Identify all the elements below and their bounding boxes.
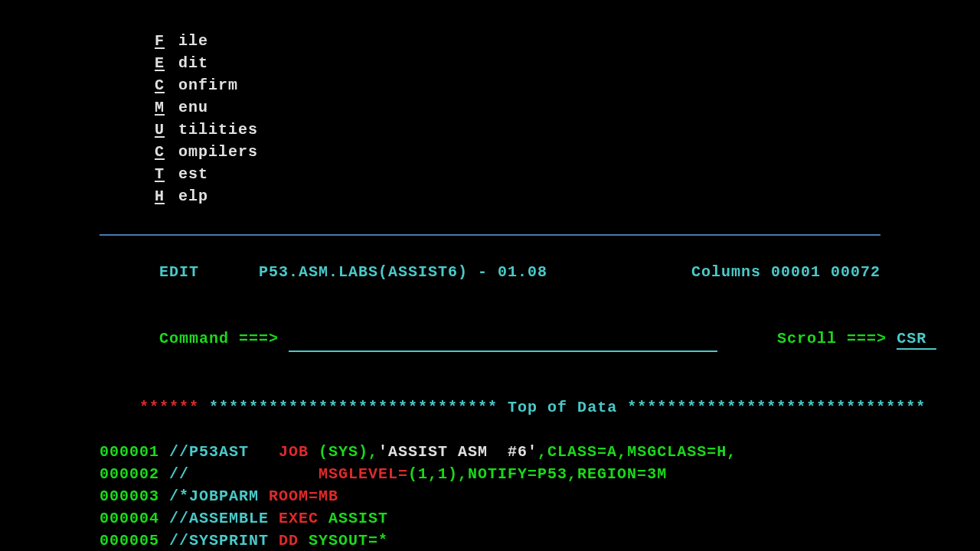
code-segment: ,CLASS=A,MSGCLASS=H, [537, 443, 737, 461]
menu-confirm[interactable]: Confirm [155, 77, 252, 94]
columns-value: 00001 00072 [771, 263, 880, 281]
code-segment: JOB [279, 443, 318, 461]
mode-indicator: EDIT [159, 263, 199, 281]
source-area[interactable]: 000001 //P53AST JOB (SYS),'ASSIST ASM #6… [0, 441, 980, 551]
code-segment: MSGLEVEL= [318, 465, 408, 483]
header-row-2: Command ===> Scroll ===> CSR [0, 305, 980, 374]
code-segment: (1,1),NOTIFY=P53,REGION=3M [408, 465, 667, 483]
source-line[interactable]: 000005 //SYSPRINT DD SYSOUT=* [0, 530, 980, 551]
code-segment: // [169, 465, 318, 483]
header-row-1: EDIT P53.ASM.LABS(ASSIST6) - 01.08 Colum… [0, 239, 980, 305]
code-segment: ASSIST [328, 510, 388, 527]
code-segment: //P53AST [169, 443, 279, 461]
command-label: Command ===> [159, 330, 279, 347]
menu-edit[interactable]: Edit [155, 54, 222, 72]
scroll-label: Scroll ===> [777, 330, 887, 347]
code-segment: /*JOBPARM [169, 487, 269, 505]
source-line[interactable]: 000004 //ASSEMBLE EXEC ASSIST [0, 507, 980, 530]
top-of-data-line: ****** ***************************** Top… [0, 374, 980, 441]
code-segment: (SYS), [318, 443, 378, 461]
top-of-data-label: Top of Data [508, 399, 627, 416]
line-number[interactable]: 000001 [100, 443, 169, 461]
scroll-input[interactable]: CSR [897, 330, 936, 350]
code-segment: EXEC [279, 510, 328, 527]
code-segment: SYSOUT=* [309, 532, 388, 549]
code-segment: //SYSPRINT [169, 532, 279, 549]
menu-bar: File Edit Confirm Menu Utilities Compile… [0, 8, 980, 230]
menu-compilers[interactable]: Compilers [155, 143, 272, 161]
ispf-edit-screen: File Edit Confirm Menu Utilities Compile… [0, 0, 980, 551]
columns-label: Columns [691, 263, 761, 281]
line-number[interactable]: 000003 [100, 487, 169, 505]
menu-test[interactable]: Test [155, 165, 222, 183]
source-line[interactable]: 000003 /*JOBPARM ROOM=MB [0, 485, 980, 507]
menu-help[interactable]: Help [155, 187, 222, 205]
menu-divider [100, 234, 880, 236]
dataset-name: P53.ASM.LABS(ASSIST6) - 01.08 [259, 263, 547, 281]
source-line[interactable]: 000001 //P53AST JOB (SYS),'ASSIST ASM #6… [0, 441, 980, 463]
command-input[interactable] [289, 328, 717, 352]
menu-file[interactable]: File [155, 32, 222, 50]
code-segment: //ASSEMBLE [169, 510, 279, 527]
line-number[interactable]: 000002 [100, 465, 169, 483]
code-segment: DD [279, 532, 309, 549]
code-segment: ROOM=MB [269, 487, 338, 505]
line-number[interactable]: 000004 [100, 510, 169, 527]
menu-menu[interactable]: Menu [155, 99, 222, 116]
source-line[interactable]: 000002 // MSGLEVEL=(1,1),NOTIFY=P53,REGI… [0, 463, 980, 485]
code-segment: 'ASSIST ASM #6' [378, 443, 537, 461]
line-number[interactable]: 000005 [100, 532, 169, 549]
top-of-data-stars: ****** [139, 399, 199, 416]
menu-utilities[interactable]: Utilities [155, 121, 272, 139]
